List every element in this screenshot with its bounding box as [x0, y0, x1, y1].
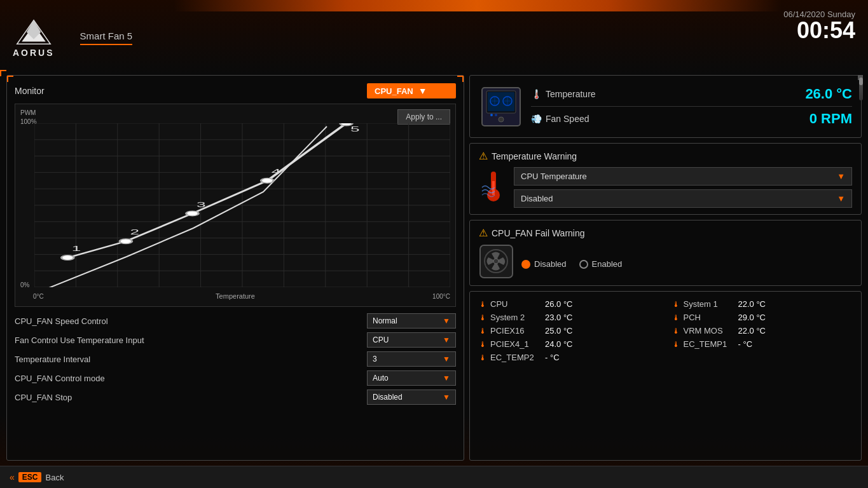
temp-name-ectemp1: EC_TEMP1 — [684, 339, 734, 349]
thermometer-waves-icon — [479, 167, 507, 208]
chart-pwm-label: PWM — [20, 109, 36, 116]
enabled-option-label: Enabled — [592, 259, 623, 269]
header: AORUS Smart Fan 5 06/14/2020 Sunday 00:5… — [0, 0, 868, 70]
control-label-0: CPU_FAN Speed Control — [15, 316, 361, 326]
back-label: Back — [45, 473, 64, 482]
temp-name-sys1: System 1 — [684, 299, 734, 309]
svg-point-31 — [261, 178, 273, 183]
enabled-radio — [579, 260, 588, 269]
svg-text:2: 2 — [130, 229, 139, 236]
controls-grid: CPU_FAN Speed Control Normal ▼ Fan Contr… — [15, 313, 456, 405]
speed-control-value: Normal — [373, 316, 397, 325]
temp-name-cpu: CPU — [490, 299, 541, 309]
svg-text:5: 5 — [350, 126, 360, 133]
chevron-left-icon: « — [10, 472, 15, 482]
pc-case-icon — [479, 85, 523, 129]
corner-decoration-tl — [7, 76, 13, 82]
chart-100c-label: 100°C — [432, 293, 450, 300]
back-button[interactable]: « ESC Back — [10, 472, 64, 482]
fan-stop-dropdown[interactable]: Disabled ▼ — [367, 390, 456, 405]
temp-item-pciex16: 🌡 PCIEX16 25.0 °C — [479, 326, 659, 336]
fan-stop-value: Disabled — [373, 393, 403, 402]
thermometer-icon: 🌡️ — [531, 89, 542, 99]
svg-point-53 — [493, 259, 499, 264]
temp-item-sys1: 🌡 System 1 22.0 °C — [672, 299, 853, 309]
temp-sensor-icon-pch: 🌡 — [672, 313, 680, 322]
temp-sensor-icon-ectemp2: 🌡 — [479, 353, 486, 362]
warning-icon: ⚠ — [479, 150, 488, 162]
chart-svg: 1 2 3 4 5 — [34, 123, 450, 287]
cpu-temp-dropdown[interactable]: CPU Temperature ▼ — [514, 167, 852, 186]
right-panel: 🌡️ Temperature 26.0 °C 💨 Fan Speed 0 RPM — [469, 75, 862, 461]
control-mode-arrow: ▼ — [443, 374, 450, 383]
temp-sensor-icon-sys2: 🌡 — [479, 313, 486, 322]
cpu-temp-dropdown-label: CPU Temperature — [521, 172, 587, 181]
control-mode-dropdown[interactable]: Auto ▼ — [367, 370, 456, 386]
temp-name-pciex4: PCIEX4_1 — [490, 339, 541, 349]
scroll-indicator[interactable] — [859, 75, 863, 100]
temp-sensor-icon-pciex16: 🌡 — [479, 327, 486, 336]
cpu-fan-label: CPU_FAN — [375, 86, 413, 96]
fan-speed-row: 💨 Fan Speed 0 RPM — [531, 107, 852, 131]
temp-item-ectemp1: 🌡 EC_TEMP1 - °C — [672, 339, 853, 349]
temp-interval-arrow: ▼ — [443, 355, 450, 363]
temp-item-ectemp2: 🌡 EC_TEMP2 - °C — [479, 353, 659, 362]
footer: « ESC Back — [0, 466, 868, 488]
disabled-option-label: Disabled — [534, 259, 567, 269]
control-label-2: Temperature Interval — [15, 355, 361, 364]
temp-val-pciex16: 25.0 °C — [545, 326, 583, 336]
nav-title: Smart Fan 5 — [80, 30, 133, 45]
chart-0-label: 0% — [20, 281, 29, 288]
fail-options-container: Disabled Enabled — [521, 254, 622, 269]
temp-val-sys2: 23.0 °C — [545, 313, 583, 322]
fail-warning-title: ⚠ CPU_FAN Fail Warning — [479, 227, 852, 239]
warning-title: ⚠ Temperature Warning — [479, 150, 852, 162]
temp-input-dropdown[interactable]: CPU ▼ — [367, 332, 456, 348]
temp-item-cpu: 🌡 CPU 26.0 °C — [479, 299, 659, 309]
main-content: Monitor CPU_FAN ▼ PWM 100% 0% 0°C 100°C … — [0, 70, 868, 466]
temp-item-sys2: 🌡 System 2 23.0 °C — [479, 313, 659, 322]
temp-val-pciex4: 24.0 °C — [545, 339, 583, 349]
datetime: 06/14/2020 Sunday 00:54 — [783, 10, 855, 42]
temp-name-ectemp2: EC_TEMP2 — [490, 353, 541, 362]
readings-card: 🌡️ Temperature 26.0 °C 💨 Fan Speed 0 RPM — [469, 75, 862, 138]
datetime-time: 00:54 — [783, 19, 855, 42]
temp-val-vrmmos: 22.0 °C — [738, 326, 776, 336]
fan-stop-arrow: ▼ — [443, 393, 450, 402]
readings: 🌡️ Temperature 26.0 °C 💨 Fan Speed 0 RPM — [531, 82, 852, 131]
svg-point-41 — [495, 114, 497, 116]
cpu-fan-dropdown-arrow: ▼ — [418, 86, 427, 96]
enabled-option[interactable]: Enabled — [579, 259, 623, 269]
monitor-header: Monitor CPU_FAN ▼ — [15, 83, 456, 98]
svg-text:3: 3 — [196, 201, 206, 208]
temp-sensor-icon-cpu: 🌡 — [479, 300, 486, 309]
left-panel: Monitor CPU_FAN ▼ PWM 100% 0% 0°C 100°C … — [6, 75, 464, 461]
temp-sensor-icon-ectemp1: 🌡 — [672, 340, 680, 349]
temperature-label: 🌡️ Temperature — [531, 89, 596, 99]
speed-control-arrow: ▼ — [443, 316, 450, 325]
temp-interval-dropdown[interactable]: 3 ▼ — [367, 351, 456, 367]
temp-val-cpu: 26.0 °C — [545, 299, 583, 309]
speed-control-dropdown[interactable]: Normal ▼ — [367, 313, 456, 329]
corner-decoration-tr — [457, 76, 464, 82]
svg-text:4: 4 — [272, 168, 281, 175]
temp-warning-card: ⚠ Temperature Warning — [469, 143, 862, 215]
temperature-row: 🌡️ Temperature 26.0 °C — [531, 82, 852, 106]
fan-speed-label: 💨 Fan Speed — [531, 114, 589, 124]
esc-label: ESC — [18, 472, 42, 482]
temp-val-ectemp2: - °C — [545, 353, 583, 362]
apply-to-button[interactable]: Apply to ... — [397, 109, 450, 125]
svg-point-40 — [490, 114, 493, 116]
chart-0c-label: 0°C — [33, 293, 44, 300]
control-label-3: CPU_FAN Control mode — [15, 374, 361, 383]
disabled-option[interactable]: Disabled — [521, 259, 567, 269]
fan-curve-chart[interactable]: PWM 100% 0% 0°C 100°C Temperature Apply … — [15, 104, 456, 307]
disabled-radio — [521, 260, 530, 269]
chart-temp-label: Temperature — [216, 292, 255, 300]
warning-dropdowns: CPU Temperature ▼ Disabled ▼ — [514, 167, 852, 208]
cpu-fan-selector[interactable]: CPU_FAN ▼ — [367, 83, 456, 98]
svg-point-29 — [186, 211, 199, 216]
temp-item-pciex4: 🌡 PCIEX4_1 24.0 °C — [479, 339, 659, 349]
fan-speed-value: 0 RPM — [809, 111, 852, 127]
disabled-dropdown[interactable]: Disabled ▼ — [514, 189, 852, 208]
